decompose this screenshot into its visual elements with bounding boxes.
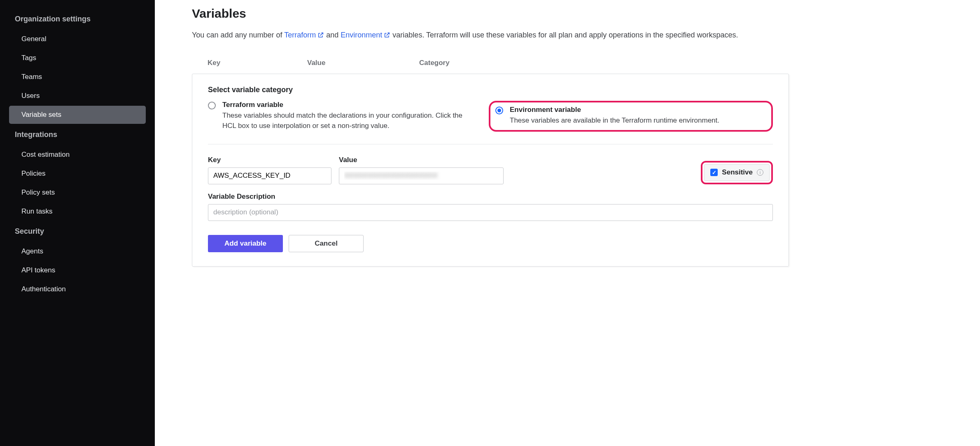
sidebar-item-variable-sets[interactable]: Variable sets [9, 106, 146, 124]
sensitive-label: Sensitive [722, 168, 753, 177]
select-category-label: Select variable category [208, 86, 773, 94]
sidebar-item-policies[interactable]: Policies [9, 165, 146, 183]
link-terraform-label: Terraform [284, 31, 316, 39]
intro-part-3: variables. Terraform will use these vari… [392, 31, 738, 39]
radio-terraform-variable[interactable]: Terraform variable These variables shoul… [208, 101, 477, 132]
button-row: Add variable Cancel [208, 235, 773, 252]
external-link-icon [317, 30, 324, 42]
sidebar-item-users[interactable]: Users [9, 87, 146, 105]
highlight-environment-variable: Environment variable These variables are… [489, 101, 773, 132]
value-field: Value [339, 156, 504, 184]
radio-icon [208, 102, 216, 109]
key-field: Key [208, 156, 331, 184]
radio-terraform-title: Terraform variable [222, 101, 477, 109]
sidebar-section-integrations: Integrations [6, 125, 149, 145]
description-label: Variable Description [208, 193, 773, 201]
add-variable-button[interactable]: Add variable [208, 235, 283, 252]
intro-part-2: and [326, 31, 341, 39]
intro-part-1: You can add any number of [192, 31, 284, 39]
sidebar-section-security: Security [6, 221, 149, 242]
description-field: Variable Description [208, 193, 773, 221]
variables-table-header: Key Value Category [192, 55, 789, 74]
sensitive-toggle[interactable]: ✓ Sensitive i [704, 164, 770, 181]
key-label: Key [208, 156, 331, 164]
radio-icon-selected [495, 107, 503, 114]
th-category: Category [419, 59, 773, 67]
th-value: Value [307, 59, 419, 67]
info-icon[interactable]: i [757, 169, 763, 176]
cancel-button[interactable]: Cancel [289, 235, 364, 252]
value-input[interactable] [339, 167, 504, 184]
radio-environment-desc: These variables are available in the Ter… [510, 116, 719, 126]
description-input[interactable] [208, 204, 773, 221]
value-label: Value [339, 156, 504, 164]
sidebar-item-general[interactable]: General [9, 30, 146, 48]
sidebar-item-api-tokens[interactable]: API tokens [9, 261, 146, 279]
radio-environment-title: Environment variable [510, 106, 719, 114]
checkbox-checked-icon: ✓ [710, 169, 718, 176]
external-link-icon [384, 30, 390, 42]
intro-text: You can add any number of Terraform and … [192, 30, 789, 42]
link-environment-label: Environment [341, 31, 382, 39]
link-terraform[interactable]: Terraform [284, 31, 324, 39]
radio-terraform-desc: These variables should match the declara… [222, 111, 477, 131]
highlight-sensitive: ✓ Sensitive i [701, 161, 773, 184]
key-value-row: Key Value ✓ Sensitive i [208, 156, 773, 184]
sidebar: Organization settings General Tags Teams… [0, 0, 155, 446]
category-radios: Terraform variable These variables shoul… [208, 101, 773, 144]
radio-environment-variable[interactable]: Environment variable These variables are… [495, 106, 765, 126]
page-title: Variables [192, 7, 789, 21]
sidebar-item-authentication[interactable]: Authentication [9, 280, 146, 298]
sidebar-item-teams[interactable]: Teams [9, 68, 146, 86]
sidebar-item-policy-sets[interactable]: Policy sets [9, 184, 146, 202]
sidebar-item-tags[interactable]: Tags [9, 49, 146, 67]
link-environment[interactable]: Environment [341, 31, 390, 39]
add-variable-card: Select variable category Terraform varia… [192, 74, 789, 267]
th-key: Key [208, 59, 307, 67]
sidebar-section-organization: Organization settings [6, 9, 149, 29]
sidebar-item-run-tasks[interactable]: Run tasks [9, 202, 146, 221]
sensitive-wrap: ✓ Sensitive i [701, 161, 773, 184]
sidebar-item-agents[interactable]: Agents [9, 242, 146, 260]
main-content: Variables You can add any number of Terr… [155, 0, 814, 446]
key-input[interactable] [208, 167, 331, 184]
sidebar-item-cost-estimation[interactable]: Cost estimation [9, 146, 146, 164]
